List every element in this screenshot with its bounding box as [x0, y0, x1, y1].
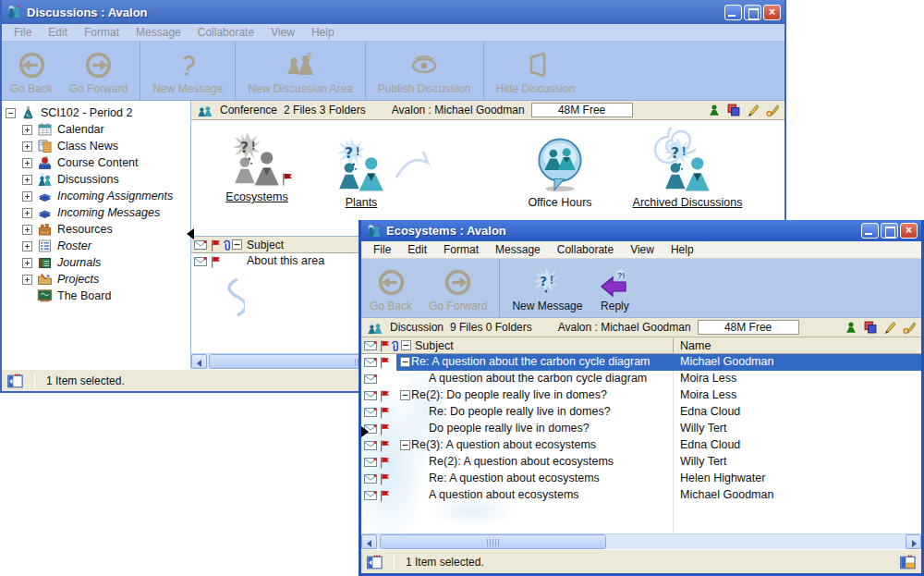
menu-item[interactable]: Collaborate: [190, 25, 261, 40]
expand-box-icon[interactable]: [22, 141, 32, 152]
tree-item[interactable]: Incoming Messages: [2, 204, 190, 221]
expand-box-icon[interactable]: [22, 241, 32, 251]
collapse-box-icon[interactable]: [6, 108, 16, 118]
collapse-thread-icon[interactable]: [400, 440, 410, 453]
close-button[interactable]: [900, 223, 918, 239]
expand-box-icon[interactable]: [22, 175, 32, 185]
message-row[interactable]: Re: A question about the carbon cycle di…: [361, 354, 921, 371]
tree-item[interactable]: Projects: [2, 271, 190, 288]
tree-root-item[interactable]: SCI102 - Period 2: [2, 104, 190, 121]
desktop-item[interactable]: ? ! Plants: [317, 137, 406, 209]
message-row[interactable]: Re(3): A question about ecosystems Edna …: [361, 437, 921, 454]
menu-item[interactable]: Collaborate: [550, 242, 621, 257]
scrollbar-thumb[interactable]: [380, 534, 606, 549]
menu-item[interactable]: Message: [488, 242, 548, 257]
flag-icon: [380, 457, 390, 472]
menu-item[interactable]: Message: [128, 25, 188, 40]
flag-icon: [380, 340, 390, 355]
collapse-box-icon[interactable]: [401, 340, 411, 353]
tree-item[interactable]: Roster: [2, 238, 190, 254]
pencil-icon[interactable]: [883, 321, 896, 334]
toolbar-button-label: Go Forward: [429, 300, 487, 313]
scroll-left-button[interactable]: [361, 534, 377, 549]
message-row[interactable]: Re(2): A question about ecosystems Willy…: [361, 454, 921, 471]
menu-item[interactable]: View: [263, 25, 302, 40]
tree-item-label: The Board: [57, 289, 111, 302]
toolbar-button[interactable]: Hide Discussion: [483, 42, 584, 100]
window2-statusbar: 1 Item selected.: [361, 549, 921, 573]
tree-item[interactable]: Class News: [2, 138, 190, 154]
menu-item[interactable]: Format: [77, 25, 127, 40]
menu-item[interactable]: View: [623, 242, 662, 257]
expand-box-icon[interactable]: [22, 275, 32, 285]
column-divider[interactable]: [673, 338, 674, 352]
pencil-key-icon[interactable]: [903, 321, 916, 334]
expand-box-icon[interactable]: [22, 208, 32, 218]
minimize-button[interactable]: [861, 223, 879, 239]
panel-toggle-icon[interactable]: [367, 555, 383, 570]
protection-person-icon[interactable]: [708, 104, 721, 116]
scroll-right-button[interactable]: [906, 534, 921, 549]
tree-item[interactable]: Calendar: [2, 121, 190, 138]
protection-person-icon[interactable]: [845, 321, 857, 334]
message-row[interactable]: A question about ecosystems Michael Good…: [361, 487, 921, 504]
close-button[interactable]: [763, 5, 781, 20]
layers-icon[interactable]: [864, 321, 877, 334]
menu-item[interactable]: Edit: [41, 25, 75, 40]
desktop-item[interactable]: Office Hours: [509, 137, 611, 209]
desktop-item[interactable]: ? ! Ecosystems: [206, 131, 308, 203]
collapse-thread-icon[interactable]: [400, 390, 410, 403]
desktop-item[interactable]: ? ! Archived Discussions: [618, 137, 757, 209]
menu-item[interactable]: File: [6, 25, 39, 40]
tree-item[interactable]: Incoming Assignments: [2, 188, 190, 204]
expand-box-icon[interactable]: [22, 191, 32, 202]
scroll-left-button[interactable]: [191, 354, 207, 369]
expand-box-icon[interactable]: [22, 225, 32, 235]
pencil-key-icon[interactable]: [766, 104, 779, 116]
toolbar-button[interactable]: ?! New Message: [499, 259, 590, 317]
tree-item[interactable]: Journals: [2, 254, 190, 271]
toolbar-button[interactable]: Go Forward: [420, 259, 495, 317]
window1-titlebar[interactable]: Discussions : Avalon: [2, 0, 784, 24]
maximize-button[interactable]: [881, 223, 898, 239]
menu-item[interactable]: Edit: [400, 242, 434, 257]
layers-icon[interactable]: [727, 104, 740, 116]
summary-panel-icon[interactable]: [900, 555, 916, 570]
toolbar-button[interactable]: Go Forward: [61, 42, 136, 100]
tree-item[interactable]: The Board: [2, 288, 190, 304]
menu-item[interactable]: Help: [304, 25, 342, 40]
message-row[interactable]: A question about the carbon cycle diagra…: [361, 371, 921, 387]
collapse-box-icon[interactable]: [232, 239, 242, 252]
toolbar-button[interactable]: Go Back: [2, 42, 61, 100]
menu-item[interactable]: File: [366, 242, 398, 257]
message-list-header[interactable]: Subject Name: [361, 337, 921, 354]
tree-item[interactable]: Resources: [2, 221, 190, 238]
envelope-icon: [364, 473, 378, 487]
horizontal-scrollbar[interactable]: [361, 533, 921, 549]
pencil-icon[interactable]: [747, 104, 760, 116]
toolbar-button[interactable]: Publish Discussion: [365, 42, 480, 100]
discussions-app-icon: [6, 5, 22, 19]
message-row[interactable]: Do people really live in domes? Willy Te…: [361, 421, 921, 437]
menu-item[interactable]: Help: [663, 242, 701, 257]
toolbar-button-icon: [522, 50, 550, 80]
collapse-thread-icon[interactable]: [400, 357, 410, 370]
tree-item[interactable]: Discussions: [2, 171, 190, 188]
expand-box-icon[interactable]: [22, 258, 32, 268]
expand-box-icon[interactable]: [22, 125, 32, 135]
tree-item-label: Course Content: [57, 156, 139, 169]
toolbar-button[interactable]: New Message: [140, 42, 231, 100]
toolbar-button[interactable]: Go Back: [361, 259, 420, 317]
maximize-button[interactable]: [744, 5, 761, 20]
toolbar-button[interactable]: ?! Reply: [590, 259, 638, 317]
minimize-button[interactable]: [724, 5, 742, 20]
expand-box-icon[interactable]: [22, 158, 32, 168]
tree-item[interactable]: Course Content: [2, 154, 190, 171]
menu-item[interactable]: Format: [436, 242, 486, 257]
window2-titlebar[interactable]: Ecosystems : Avalon: [361, 220, 921, 241]
message-row[interactable]: Re(2): Do people really live in domes? M…: [361, 387, 921, 404]
panel-toggle-icon[interactable]: [7, 374, 23, 388]
message-row[interactable]: Re: A question about ecosystems Helen Hi…: [361, 471, 921, 487]
toolbar-button[interactable]: ? New Discussion Area: [235, 42, 360, 100]
message-row[interactable]: Re: Do people really live in domes? Edna…: [361, 404, 921, 421]
